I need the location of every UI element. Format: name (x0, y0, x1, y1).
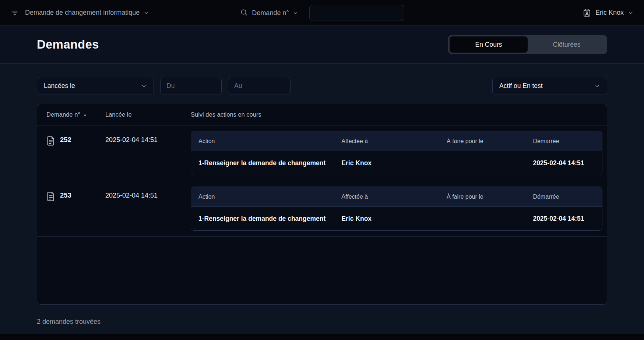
action-row[interactable]: 1-Renseigner la demande de changement Er… (191, 207, 602, 230)
bottom-strip (0, 334, 644, 340)
table-row: 252 2025-02-04 14:51 Action Affectée à À… (37, 125, 607, 181)
request-launch-date: 2025-02-04 14:51 (105, 181, 191, 236)
table-row: 253 2025-02-04 14:51 Action Affectée à À… (37, 181, 607, 237)
date-from-input[interactable] (160, 77, 222, 95)
action-col-header: Action (191, 194, 334, 200)
tab-en-cours[interactable]: En Cours (450, 36, 528, 53)
status-filter-value: Actif ou En test (499, 82, 543, 90)
requests-table: Demande n° ▲ Lancée le Suivi des actions… (37, 104, 607, 305)
search-icon (240, 8, 247, 18)
page-header: Demandes En Cours Clôturées (0, 26, 644, 64)
actions-subtable: Action Affectée à À faire pour le Démarr… (191, 187, 602, 231)
status-filter-select[interactable]: Actif ou En test (492, 77, 607, 95)
column-header-lancee: Lancée le (105, 111, 191, 118)
document-icon[interactable] (46, 191, 55, 203)
action-name: 1-Renseigner la demande de changement (191, 159, 334, 167)
search-field-selector[interactable]: Demande n° (252, 9, 298, 17)
filter-lines-icon[interactable] (10, 8, 19, 17)
table-header-row: Demande n° ▲ Lancée le Suivi des actions… (37, 104, 607, 125)
chevron-down-icon (293, 10, 298, 16)
request-number: 253 (60, 191, 71, 199)
started-col-header: Démarrée (525, 138, 602, 145)
actions-subtable: Action Affectée à À faire pour le Démarr… (191, 131, 602, 175)
action-start-date: 2025-02-04 14:51 (525, 215, 602, 223)
action-assignee: Eric Knox (334, 215, 439, 223)
result-count: 2 demandes trouvées (0, 318, 644, 326)
request-launch-date: 2025-02-04 14:51 (105, 125, 191, 181)
process-selector[interactable]: Demande de changement informatique (25, 9, 149, 17)
started-col-header: Démarrée (525, 194, 602, 200)
due-col-header: À faire pour le (439, 194, 525, 200)
user-menu[interactable]: Eric Knox (583, 8, 634, 17)
actions-header-row: Action Affectée à À faire pour le Démarr… (191, 187, 602, 207)
request-number: 252 (60, 136, 71, 144)
app-window: Demande de changement informatique Deman… (0, 0, 644, 340)
tab-cloturees[interactable]: Clôturées (528, 36, 606, 53)
filter-bar: Lancées le Actif ou En test (0, 77, 644, 95)
user-name: Eric Knox (595, 9, 624, 17)
assignee-col-header: Affectée à (334, 138, 439, 145)
date-field-select[interactable]: Lancées le (37, 77, 154, 95)
action-row[interactable]: 1-Renseigner la demande de changement Er… (191, 151, 602, 175)
action-assignee: Eric Knox (334, 159, 439, 167)
process-selector-label: Demande de changement informatique (25, 9, 140, 17)
action-col-header: Action (191, 138, 334, 145)
topbar: Demande de changement informatique Deman… (0, 0, 644, 26)
contact-card-icon (583, 8, 591, 17)
sort-asc-icon: ▲ (83, 113, 87, 117)
column-header-suivi: Suivi des actions en cours (191, 111, 607, 118)
actions-header-row: Action Affectée à À faire pour le Démarr… (191, 131, 602, 151)
column-header-demande[interactable]: Demande n° ▲ (46, 111, 105, 118)
action-name: 1-Renseigner la demande de changement (191, 215, 334, 223)
chevron-down-icon (141, 83, 147, 89)
due-col-header: À faire pour le (439, 138, 525, 145)
search-field-label: Demande n° (252, 9, 289, 17)
chevron-down-icon (594, 83, 600, 89)
date-to-input[interactable] (228, 77, 291, 95)
status-tabgroup: En Cours Clôturées (448, 35, 607, 54)
table-empty-area (37, 237, 607, 305)
date-field-select-value: Lancées le (44, 82, 75, 90)
document-icon[interactable] (46, 136, 55, 147)
assignee-col-header: Affectée à (334, 194, 439, 200)
chevron-down-icon (628, 10, 634, 16)
search-input[interactable] (309, 5, 404, 21)
action-start-date: 2025-02-04 14:51 (525, 159, 602, 167)
page-title: Demandes (37, 38, 99, 52)
chevron-down-icon (143, 10, 149, 16)
